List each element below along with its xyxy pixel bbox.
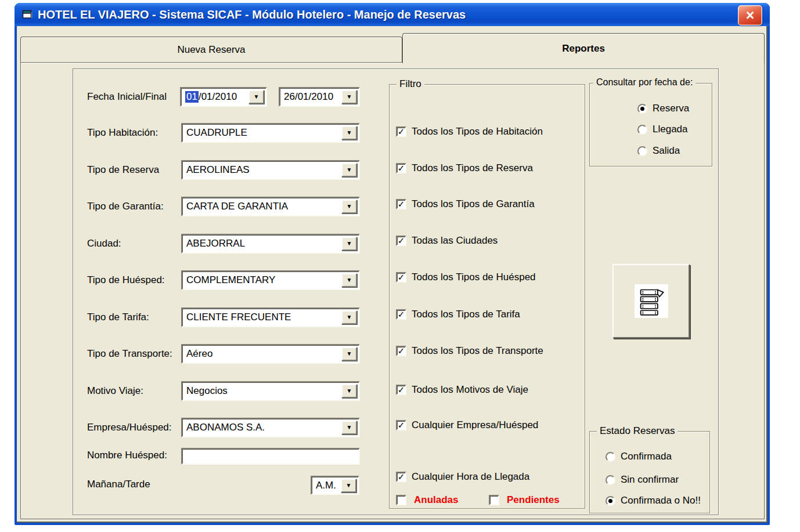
field-label-tipo-tarifa: Tipo de Tarifa: bbox=[87, 307, 149, 327]
tab-label: Nueva Reserva bbox=[177, 44, 245, 56]
checkbox-cualquier-empresa-huesped[interactable]: ✓ Cualquier Empresa/Huésped bbox=[396, 419, 538, 432]
checkbox-todos-tipos-transporte[interactable]: ✓ Todos los Tipos de Transporte bbox=[396, 345, 543, 357]
checkbox-icon: ✓ bbox=[396, 126, 406, 137]
dropdown-tipo-habitacion[interactable]: CUADRUPLE ▼ bbox=[181, 123, 360, 143]
checkbox-label: Todos los Tipos de Reserva bbox=[412, 162, 533, 174]
close-button[interactable]: × bbox=[738, 5, 762, 26]
radio-llegada[interactable]: Llegada bbox=[637, 123, 688, 136]
radio-label: Confirmada o No!! bbox=[621, 495, 701, 506]
generate-report-button[interactable] bbox=[612, 264, 690, 338]
dropdown-arrow-icon[interactable]: ▼ bbox=[341, 384, 357, 398]
dropdown-ciudad[interactable]: ABEJORRAL ▼ bbox=[181, 234, 360, 254]
tab-reportes[interactable]: Reportes bbox=[402, 33, 765, 63]
datepicker-fecha-inicial[interactable]: 01/01/2010 ▼ bbox=[180, 87, 267, 107]
combo-value: ABEJORRAL bbox=[186, 238, 245, 249]
radio-salida[interactable]: Salida bbox=[637, 144, 680, 157]
radio-sin-confirmar[interactable]: Sin confirmar bbox=[606, 473, 679, 486]
checkbox-label: Todos los Tipos de Habitación bbox=[412, 126, 543, 137]
checkbox-todos-tipos-reserva[interactable]: ✓ Todos los Tipos de Reserva bbox=[396, 162, 533, 175]
date-rest: /01/2010 bbox=[199, 91, 237, 103]
checkbox-icon: ✓ bbox=[396, 385, 406, 395]
dropdown-arrow-icon[interactable]: ▼ bbox=[341, 479, 356, 493]
dropdown-arrow-icon[interactable]: ▼ bbox=[341, 90, 357, 104]
dropdown-manana-tarde[interactable]: A.M. ▼ bbox=[311, 476, 359, 495]
checkbox-icon: ✓ bbox=[489, 495, 499, 505]
datepicker-fecha-final[interactable]: 26/01/2010 ▼ bbox=[279, 87, 360, 107]
combo-value: CUADRUPLE bbox=[186, 127, 247, 139]
combo-value: A.M. bbox=[316, 480, 336, 491]
screen: HOTEL EL VIAJERO - Sistema SICAF - Módul… bbox=[0, 0, 800, 532]
combo-value: Negocios bbox=[186, 385, 228, 397]
checkbox-icon: ✓ bbox=[396, 472, 406, 482]
filtro-frame: Filtro bbox=[389, 84, 585, 509]
field-label-tipo-reserva: Tipo de Reserva bbox=[87, 160, 159, 180]
radio-reserva[interactable]: Reserva bbox=[637, 102, 689, 115]
field-label-tipo-garantia: Tipo de Garantía: bbox=[87, 197, 164, 216]
radio-icon bbox=[637, 104, 647, 114]
dropdown-tipo-transporte[interactable]: Aéreo ▼ bbox=[181, 344, 360, 364]
report-icon bbox=[635, 284, 668, 318]
dropdown-arrow-icon[interactable]: ▼ bbox=[341, 310, 357, 324]
dropdown-tipo-huesped[interactable]: COMPLEMENTARY ▼ bbox=[181, 270, 360, 290]
tab-nueva-reserva[interactable]: Nueva Reserva bbox=[20, 37, 402, 62]
checkbox-icon: ✓ bbox=[396, 272, 406, 283]
dropdown-tipo-tarifa[interactable]: CLIENTE FRECUENTE ▼ bbox=[181, 307, 360, 327]
combo-value: CLIENTE FRECUENTE bbox=[186, 312, 291, 323]
dropdown-arrow-icon[interactable]: ▼ bbox=[341, 126, 357, 140]
checkbox-label: Cualquier Empresa/Huésped bbox=[412, 419, 538, 431]
radio-confirmada-o-no[interactable]: Confirmada o No!! bbox=[606, 494, 701, 507]
checkbox-icon: ✓ bbox=[396, 236, 406, 246]
close-icon: × bbox=[746, 8, 755, 23]
dropdown-tipo-garantia[interactable]: CARTA DE GARANTIA ▼ bbox=[181, 197, 360, 216]
combo-value: CARTA DE GARANTIA bbox=[186, 201, 288, 212]
checkbox-label: Todos los Tipos de Huésped bbox=[412, 272, 536, 283]
dropdown-arrow-icon[interactable]: ▼ bbox=[341, 237, 357, 251]
dropdown-empresa-huesped[interactable]: ABONAMOS S.A. ▼ bbox=[181, 418, 360, 437]
checkbox-cualquier-hora-llegada[interactable]: ✓ Cualquier Hora de Llegada bbox=[396, 471, 529, 483]
checkbox-icon: ✓ bbox=[396, 495, 406, 505]
checkbox-anuladas[interactable]: ✓ Anuladas bbox=[396, 494, 459, 506]
field-label-nombre-huesped: Nombre Huésped: bbox=[87, 446, 167, 465]
dropdown-arrow-icon[interactable]: ▼ bbox=[341, 163, 357, 177]
field-label-fecha: Fecha Inicial/Final bbox=[87, 87, 167, 107]
checkbox-pendientes[interactable]: ✓ Pendientes bbox=[489, 494, 560, 506]
checkbox-label: Pendientes bbox=[507, 494, 560, 506]
field-label-ciudad: Ciudad: bbox=[87, 234, 121, 254]
radio-icon bbox=[637, 146, 647, 156]
checkbox-icon: ✓ bbox=[396, 163, 406, 173]
radio-icon bbox=[606, 475, 615, 485]
radio-icon bbox=[606, 496, 615, 506]
checkbox-label: Todos los Tipos de Transporte bbox=[412, 345, 543, 357]
app-form-icon bbox=[21, 8, 34, 21]
checkbox-icon: ✓ bbox=[396, 346, 406, 356]
input-nombre-huesped[interactable] bbox=[181, 448, 360, 465]
checkbox-label: Cualquier Hora de Llegada bbox=[412, 471, 529, 483]
dropdown-arrow-icon[interactable]: ▼ bbox=[341, 347, 357, 361]
date-value: 26/01/2010 bbox=[284, 91, 333, 103]
combo-value: ABONAMOS S.A. bbox=[186, 422, 265, 433]
dropdown-arrow-icon[interactable]: ▼ bbox=[341, 421, 357, 435]
checkbox-todos-motivos-viaje[interactable]: ✓ Todos los Motivos de Viaje bbox=[396, 383, 528, 396]
tab-label: Reportes bbox=[562, 43, 605, 55]
consultar-legend: Consultar por fecha de: bbox=[593, 77, 696, 88]
radio-label: Reserva bbox=[653, 103, 689, 114]
radio-label: Confirmada bbox=[621, 451, 672, 462]
field-label-empresa-huesped: Empresa/Huésped: bbox=[87, 418, 172, 437]
radio-label: Llegada bbox=[653, 124, 688, 135]
checkbox-todas-ciudades[interactable]: ✓ Todas las Ciudades bbox=[396, 234, 498, 247]
dropdown-arrow-icon[interactable]: ▼ bbox=[341, 273, 357, 287]
field-label-tipo-transporte: Tipo de Transporte: bbox=[87, 344, 172, 364]
combo-value: COMPLEMENTARY bbox=[186, 274, 275, 286]
radio-confirmada[interactable]: Confirmada bbox=[606, 450, 672, 463]
checkbox-todos-tipos-garantia[interactable]: ✓ Todos los Tipos de Garantía bbox=[396, 198, 535, 211]
checkbox-todos-tipos-habitacion[interactable]: ✓ Todos los Tipos de Habitación bbox=[396, 125, 543, 138]
dropdown-arrow-icon[interactable]: ▼ bbox=[248, 90, 264, 104]
radio-label: Salida bbox=[653, 145, 680, 157]
dropdown-arrow-icon[interactable]: ▼ bbox=[341, 200, 357, 213]
titlebar[interactable]: HOTEL EL VIAJERO - Sistema SICAF - Módul… bbox=[15, 3, 770, 26]
checkbox-label: Anuladas bbox=[414, 494, 459, 506]
checkbox-todos-tipos-tarifa[interactable]: ✓ Todos los Tipos de Tarifa bbox=[396, 308, 520, 321]
dropdown-tipo-reserva[interactable]: AEROLINEAS ▼ bbox=[181, 160, 360, 180]
dropdown-motivo-viaje[interactable]: Negocios ▼ bbox=[181, 381, 360, 401]
checkbox-todos-tipos-huesped[interactable]: ✓ Todos los Tipos de Huésped bbox=[396, 271, 536, 284]
